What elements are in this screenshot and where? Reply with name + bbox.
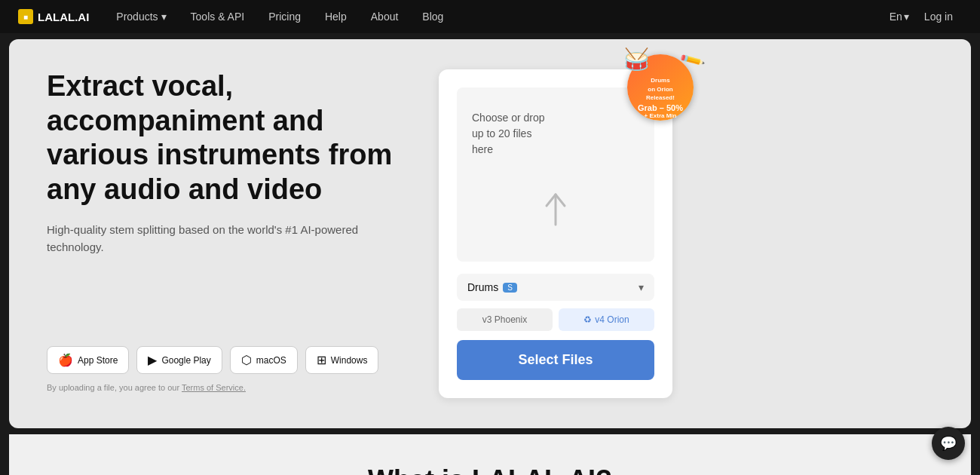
dropdown-chevron-icon: ▾ [639, 281, 644, 293]
version-toggle: v3 Phoenix ♻ v4 Orion [457, 308, 654, 331]
promo-line1: Drums [638, 77, 683, 84]
nav-links: Products ▾ Tools & API Pricing Help Abou… [104, 0, 889, 33]
windows-button[interactable]: ⊞ Windows [305, 346, 379, 374]
drums-icon: 🥁 [623, 47, 650, 72]
promo-badge[interactable]: 🥁 ✏️ Drums on Orion Released! Grab – 50%… [627, 54, 695, 122]
macos-icon: ⬡ [241, 353, 252, 367]
hero-subtitle: High-quality stem splitting based on the… [47, 222, 409, 256]
nav-about[interactable]: About [359, 0, 411, 33]
macos-button[interactable]: ⬡ macOS [230, 346, 298, 374]
navbar: ■ LALAL.AI Products ▾ Tools & API Pricin… [0, 0, 980, 33]
logo-text: LALAL.AI [38, 11, 89, 23]
login-button[interactable]: Log in [915, 6, 962, 27]
select-files-button[interactable]: Select Files [457, 340, 654, 380]
terms-text: By uploading a file, you agree to our Te… [47, 383, 409, 392]
nav-help[interactable]: Help [313, 0, 359, 33]
apple-icon: 🍎 [58, 353, 73, 367]
terms-link[interactable]: Terms of Service. [182, 383, 246, 392]
promo-line5: + Extra Min [638, 112, 683, 119]
promo-line2: on Orion [638, 86, 683, 93]
hero-left: Extract vocal, accompaniment and various… [47, 69, 409, 392]
chat-icon: 💬 [940, 435, 957, 452]
bottom-title: What is LALAL.AI? [39, 464, 941, 475]
promo-line4: Grab – 50% [638, 103, 683, 112]
store-buttons: 🍎 App Store ▶ Google Play ⬡ macOS ⊞ Wind… [47, 346, 409, 374]
upload-arrow [533, 183, 578, 239]
nav-blog[interactable]: Blog [410, 0, 455, 33]
orion-icon: ♻ [583, 314, 592, 325]
chat-button[interactable]: 💬 [932, 427, 965, 460]
hero-title: Extract vocal, accompaniment and various… [47, 69, 409, 207]
stem-badge: S [503, 283, 517, 293]
language-selector[interactable]: En ▾ [890, 11, 909, 23]
version-phoenix-button[interactable]: v3 Phoenix [457, 308, 553, 331]
bottom-section: What is LALAL.AI? [9, 434, 971, 475]
google-play-button[interactable]: ▶ Google Play [136, 346, 222, 374]
lang-chevron-icon: ▾ [904, 11, 909, 23]
nav-right: En ▾ Log in [890, 6, 962, 27]
pencil-icon: ✏️ [678, 47, 706, 74]
nav-pricing[interactable]: Pricing [256, 0, 313, 33]
logo-icon: ■ [18, 9, 33, 24]
nav-products[interactable]: Products ▾ [104, 0, 178, 33]
app-store-button[interactable]: 🍎 App Store [47, 346, 129, 374]
stem-dropdown[interactable]: Drums S ▾ [457, 274, 654, 301]
drop-zone[interactable]: Choose or drop up to 20 files here [457, 87, 654, 262]
main-section: Extract vocal, accompaniment and various… [9, 39, 971, 428]
version-orion-button[interactable]: ♻ v4 Orion [559, 308, 654, 331]
windows-icon: ⊞ [317, 353, 326, 367]
drop-zone-text: Choose or drop up to 20 files here [472, 110, 545, 158]
play-icon: ▶ [148, 353, 157, 367]
upload-section: 🥁 ✏️ Drums on Orion Released! Grab – 50%… [439, 69, 680, 398]
dropdown-label: Drums S [467, 281, 517, 293]
chevron-icon: ▾ [161, 11, 167, 23]
promo-circle: 🥁 ✏️ Drums on Orion Released! Grab – 50%… [627, 54, 694, 121]
logo[interactable]: ■ LALAL.AI [18, 9, 89, 24]
nav-tools[interactable]: Tools & API [179, 0, 257, 33]
promo-line3: Released! [638, 94, 683, 102]
